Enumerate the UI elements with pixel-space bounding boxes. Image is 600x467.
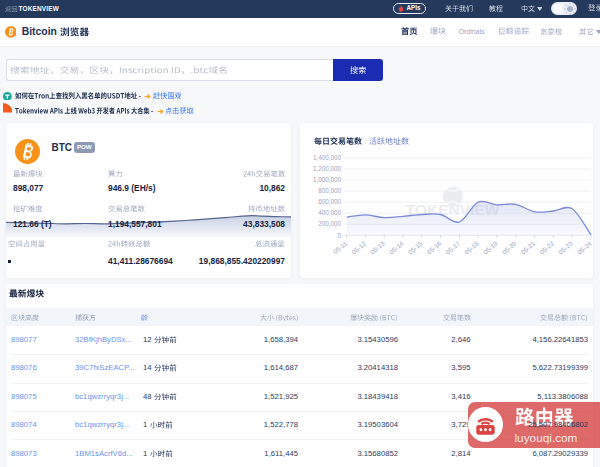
svg-text:1,000,000: 1,000,000 — [313, 176, 342, 183]
svg-text:05-13: 05-13 — [369, 239, 386, 255]
svg-text:05-19: 05-19 — [482, 239, 499, 255]
svg-text:05-16: 05-16 — [425, 239, 442, 255]
svg-text:1,200,000: 1,200,000 — [313, 165, 342, 172]
svg-text:05-17: 05-17 — [444, 239, 461, 255]
svg-text:400,000: 400,000 — [318, 209, 341, 216]
svg-text:05-22: 05-22 — [538, 239, 555, 255]
svg-text:600,000: 600,000 — [318, 198, 341, 205]
svg-text:05-15: 05-15 — [407, 239, 424, 255]
svg-text:05-24: 05-24 — [576, 239, 593, 255]
svg-text:05-23: 05-23 — [557, 239, 574, 255]
svg-text:05-14: 05-14 — [388, 239, 405, 255]
svg-text:200,000: 200,000 — [318, 220, 341, 227]
svg-text:05-21: 05-21 — [519, 239, 536, 255]
svg-text:1,400,000: 1,400,000 — [313, 154, 342, 161]
svg-text:05-12: 05-12 — [350, 239, 367, 255]
svg-text:800,000: 800,000 — [318, 187, 341, 194]
svg-text:0: 0 — [337, 232, 341, 239]
svg-text:05-20: 05-20 — [501, 239, 518, 255]
svg-text:05-18: 05-18 — [463, 239, 480, 255]
svg-text:05-11: 05-11 — [332, 239, 349, 255]
